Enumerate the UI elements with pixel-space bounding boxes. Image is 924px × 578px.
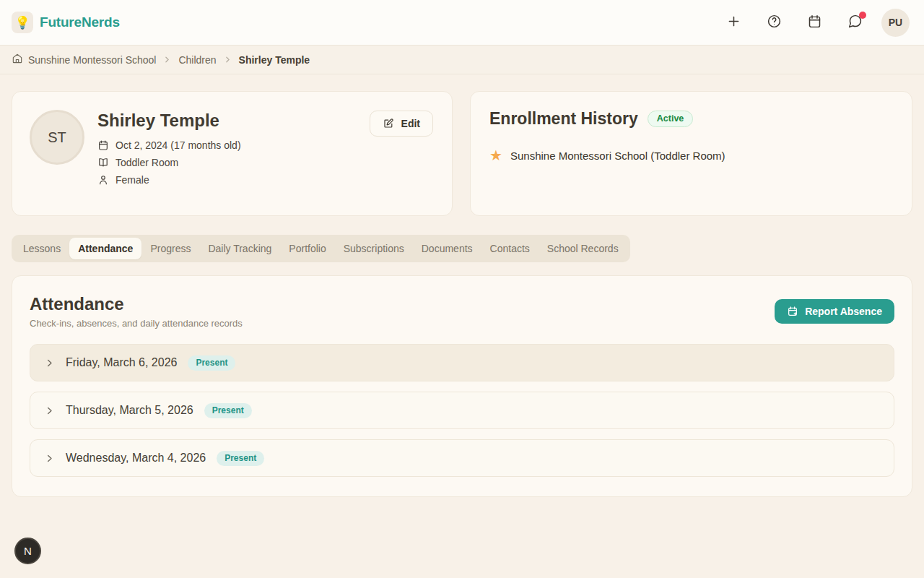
user-avatar[interactable]: PU [881, 9, 910, 37]
child-room-row: Toddler Room [97, 157, 241, 168]
attendance-date: Wednesday, March 4, 2026 [66, 452, 206, 465]
child-name: Shirley Temple [97, 111, 241, 131]
topbar-actions: PU [720, 9, 910, 37]
breadcrumb-children[interactable]: Children [178, 54, 216, 66]
tab-progress[interactable]: Progress [141, 238, 199, 259]
edit-icon [383, 118, 394, 129]
edit-button[interactable]: Edit [370, 111, 433, 137]
edit-button-label: Edit [401, 118, 420, 129]
breadcrumb-separator-icon [223, 55, 232, 64]
breadcrumb: Sunshine Montessori School Children Shir… [0, 46, 924, 74]
attendance-heading: Attendance Check-ins, absences, and dail… [30, 294, 243, 329]
attendance-status-badge: Present [204, 403, 252, 418]
breadcrumb-separator-icon [162, 55, 172, 64]
breadcrumb-school[interactable]: Sunshine Montessori School [12, 53, 156, 66]
child-profile-card: ST Shirley Temple Oct 2, 2024 (17 months… [12, 91, 453, 216]
messages-button[interactable] [841, 9, 868, 36]
lightbulb-logo-icon: 💡 [12, 12, 33, 33]
birthdate-calendar-icon [97, 139, 109, 151]
active-star-icon: ★ [489, 148, 502, 163]
main-content: ST Shirley Temple Oct 2, 2024 (17 months… [0, 74, 924, 497]
child-room: Toddler Room [116, 157, 178, 168]
attendance-panel: Attendance Check-ins, absences, and dail… [12, 275, 912, 497]
tab-subscriptions[interactable]: Subscriptions [335, 238, 413, 259]
tab-contacts[interactable]: Contacts [481, 238, 539, 259]
enrollment-item: ★ Sunshine Montessori School (Toddler Ro… [489, 148, 893, 163]
top-header: 💡 FutureNerds PU [0, 0, 924, 46]
child-gender: Female [116, 174, 149, 186]
attendance-title: Attendance [30, 294, 243, 314]
child-gender-row: Female [97, 174, 241, 186]
child-birthdate-row: Oct 2, 2024 (17 months old) [97, 139, 241, 151]
attendance-date: Thursday, March 5, 2026 [66, 404, 193, 417]
gender-person-icon [97, 174, 109, 186]
attendance-records: Friday, March 6, 2026 Present Thursday, … [30, 344, 894, 477]
attendance-status-badge: Present [188, 355, 235, 371]
tab-documents[interactable]: Documents [413, 238, 481, 259]
child-info: Shirley Temple Oct 2, 2024 (17 months ol… [97, 110, 241, 197]
brand[interactable]: 💡 FutureNerds [12, 12, 120, 33]
home-icon [12, 53, 23, 66]
calendar-button[interactable] [801, 9, 828, 36]
enrollment-title: Enrollment History [489, 109, 638, 129]
tab-lessons[interactable]: Lessons [14, 238, 69, 259]
tab-portfolio[interactable]: Portfolio [280, 238, 334, 259]
attendance-row[interactable]: Wednesday, March 4, 2026 Present [30, 439, 894, 477]
attendance-row[interactable]: Friday, March 6, 2026 Present [30, 344, 894, 381]
brand-name: FutureNerds [40, 14, 120, 30]
tab-bar: Lessons Attendance Progress Daily Tracki… [12, 235, 630, 262]
child-birthdate: Oct 2, 2024 (17 months old) [116, 139, 241, 151]
attendance-status-badge: Present [217, 451, 264, 466]
child-avatar: ST [30, 110, 84, 165]
chevron-right-icon [44, 453, 55, 464]
plus-icon [726, 14, 741, 31]
tab-school-records[interactable]: School Records [539, 238, 627, 259]
attendance-date: Friday, March 6, 2026 [66, 356, 177, 369]
help-button[interactable] [760, 9, 788, 36]
report-absence-label: Report Absence [805, 306, 882, 317]
enrollment-status-badge: Active [648, 111, 694, 127]
tab-daily-tracking[interactable]: Daily Tracking [199, 238, 280, 259]
report-absence-button[interactable]: Report Absence [775, 299, 894, 324]
chevron-right-icon [44, 358, 55, 368]
help-icon [767, 14, 782, 31]
attendance-subtitle: Check-ins, absences, and daily attendanc… [30, 318, 243, 329]
calendar-icon [807, 14, 822, 31]
notification-dot [859, 12, 866, 19]
enrollment-history-card: Enrollment History Active ★ Sunshine Mon… [470, 91, 912, 216]
add-button[interactable] [720, 9, 747, 36]
tab-attendance[interactable]: Attendance [69, 238, 141, 259]
breadcrumb-current: Shirley Temple [239, 54, 310, 66]
room-book-icon [97, 157, 109, 168]
widget-launcher-button[interactable]: N [14, 538, 41, 564]
chevron-right-icon [44, 405, 55, 416]
report-absence-calendar-icon [787, 306, 798, 317]
enrollment-school: Sunshine Montessori School (Toddler Room… [510, 150, 725, 162]
attendance-row[interactable]: Thursday, March 5, 2026 Present [30, 392, 894, 429]
